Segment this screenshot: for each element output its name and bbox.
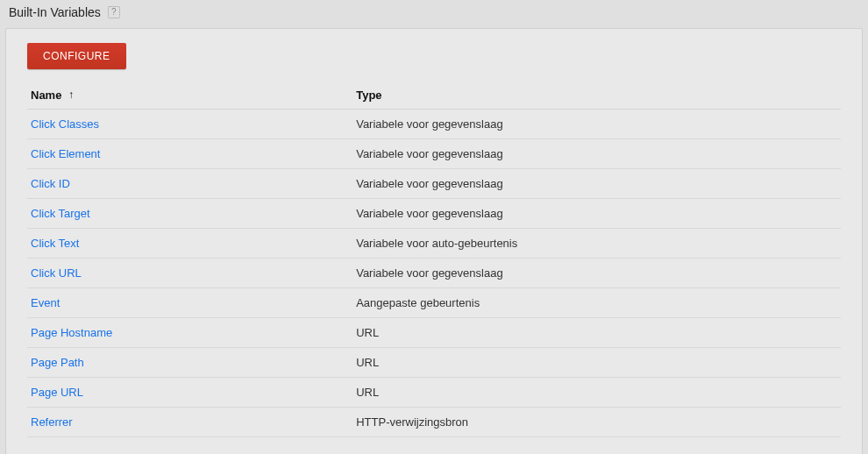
variable-type-cell: Aangepaste gebeurtenis: [352, 288, 841, 318]
column-header-name-label: Name: [31, 89, 61, 102]
variable-type-cell: Variabele voor gegevenslaag: [352, 110, 841, 139]
section-header: Built-In Variables ?: [0, 0, 868, 28]
table-row[interactable]: Page HostnameURL: [27, 318, 841, 348]
column-header-type[interactable]: Type: [352, 82, 841, 110]
table-row[interactable]: Click IDVariabele voor gegevenslaag: [27, 169, 841, 199]
configure-button[interactable]: CONFIGURE: [27, 43, 126, 69]
variable-name-cell: Referrer: [27, 408, 352, 437]
variable-name-cell: Click ID: [27, 169, 352, 199]
sort-asc-icon: ↑: [68, 89, 74, 100]
variable-type-cell: Variabele voor gegevenslaag: [352, 259, 841, 288]
table-row[interactable]: Click TextVariabele voor auto-gebeurteni…: [27, 229, 841, 259]
variable-name-cell: Page Path: [27, 348, 352, 378]
variable-name-cell: Click URL: [27, 259, 352, 288]
variable-name-cell: Page URL: [27, 378, 352, 408]
column-header-type-label: Type: [356, 89, 381, 102]
variable-type-cell: URL: [352, 348, 841, 378]
variable-type-cell: Variabele voor gegevenslaag: [352, 199, 841, 229]
variables-panel: CONFIGURE Name ↑ Type Click ClassesVaria…: [5, 28, 863, 454]
table-row[interactable]: Click ElementVariabele voor gegevenslaag: [27, 139, 841, 169]
variable-type-cell: Variabele voor gegevenslaag: [352, 169, 841, 199]
variable-link[interactable]: Page Hostname: [31, 326, 112, 339]
variable-type-cell: URL: [352, 378, 841, 408]
page-title: Built-In Variables: [9, 5, 101, 19]
variable-type-cell: Variabele voor gegevenslaag: [352, 139, 841, 169]
variable-link[interactable]: Referrer: [31, 415, 73, 429]
variable-link[interactable]: Event: [31, 296, 60, 309]
variable-link[interactable]: Page Path: [31, 356, 84, 369]
variable-type-cell: Variabele voor auto-gebeurtenis: [352, 229, 841, 259]
variable-name-cell: Click Text: [27, 229, 352, 259]
table-row[interactable]: EventAangepaste gebeurtenis: [27, 288, 841, 318]
variable-link[interactable]: Page URL: [31, 386, 83, 399]
table-row[interactable]: ReferrerHTTP-verwijzingsbron: [27, 408, 841, 437]
variable-name-cell: Click Element: [27, 139, 352, 169]
variable-link[interactable]: Click ID: [31, 177, 70, 190]
variable-name-cell: Click Classes: [27, 110, 352, 139]
table-row[interactable]: Click URLVariabele voor gegevenslaag: [27, 259, 841, 288]
variable-link[interactable]: Click Classes: [31, 117, 99, 131]
variable-name-cell: Page Hostname: [27, 318, 352, 348]
variable-type-cell: HTTP-verwijzingsbron: [352, 408, 841, 437]
table-row[interactable]: Click TargetVariabele voor gegevenslaag: [27, 199, 841, 229]
variable-link[interactable]: Click Target: [31, 207, 90, 220]
help-icon[interactable]: ?: [108, 6, 120, 18]
variable-link[interactable]: Click Element: [31, 147, 100, 160]
variable-type-cell: URL: [352, 318, 841, 348]
variable-link[interactable]: Click Text: [31, 237, 79, 250]
table-row[interactable]: Page URLURL: [27, 378, 841, 408]
table-row[interactable]: Click ClassesVariabele voor gegevenslaag: [27, 110, 841, 139]
variables-table: Name ↑ Type Click ClassesVariabele voor …: [27, 82, 841, 437]
table-row[interactable]: Page PathURL: [27, 348, 841, 378]
column-header-name[interactable]: Name ↑: [27, 82, 352, 110]
variable-name-cell: Event: [27, 288, 352, 318]
variable-name-cell: Click Target: [27, 199, 352, 229]
variable-link[interactable]: Click URL: [31, 266, 82, 280]
